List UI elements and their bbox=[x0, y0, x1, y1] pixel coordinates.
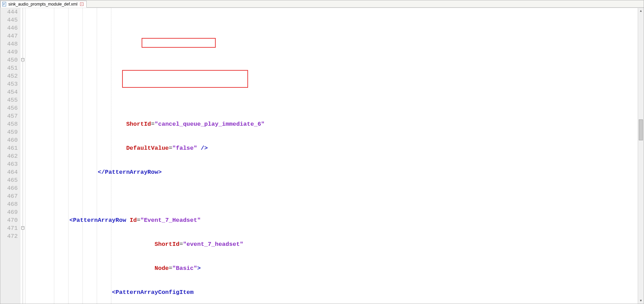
line-number: 445 bbox=[0, 16, 18, 24]
code-line bbox=[27, 192, 638, 200]
line-number: 460 bbox=[0, 136, 18, 144]
line-number: 472 bbox=[0, 232, 18, 240]
line-number: 459 bbox=[0, 128, 18, 136]
line-number: 455 bbox=[0, 96, 18, 104]
line-number: 462 bbox=[0, 152, 18, 160]
line-number: 469 bbox=[0, 208, 18, 216]
code-line: <PatternArrayConfigItem bbox=[27, 288, 638, 296]
xml-file-icon bbox=[2, 2, 7, 7]
scroll-up-icon[interactable]: ▲ bbox=[638, 8, 644, 14]
line-number: 465 bbox=[0, 176, 18, 184]
line-number: 448 bbox=[0, 40, 18, 48]
editor-frame: sink_audio_prompts_module_def.xml × 444 … bbox=[0, 0, 644, 304]
line-number: 452 bbox=[0, 72, 18, 80]
annotation-box bbox=[122, 70, 248, 88]
line-number: 463 bbox=[0, 160, 18, 168]
code-line: Node="Basic"> bbox=[27, 264, 638, 272]
line-number: 467 bbox=[0, 192, 18, 200]
line-number: 449 bbox=[0, 48, 18, 56]
tab-bar: sink_audio_prompts_module_def.xml × bbox=[0, 0, 644, 8]
scrollbar-thumb[interactable] bbox=[639, 119, 643, 140]
line-number: 464 bbox=[0, 168, 18, 176]
fold-toggle-icon[interactable]: − bbox=[21, 226, 24, 229]
tab-close-icon[interactable]: × bbox=[80, 2, 84, 6]
file-tab[interactable]: sink_audio_prompts_module_def.xml × bbox=[0, 1, 87, 8]
line-number: 450 bbox=[0, 56, 18, 64]
line-number: 471 bbox=[0, 224, 18, 232]
line-number: 470 bbox=[0, 216, 18, 224]
fold-toggle-icon[interactable]: − bbox=[21, 58, 24, 61]
code-line: ShortId="event_7_headset" bbox=[27, 240, 638, 248]
fold-guide-line bbox=[23, 8, 23, 304]
line-number: 451 bbox=[0, 64, 18, 72]
line-number: 453 bbox=[0, 80, 18, 88]
code-line: </PatternArrayRow> bbox=[27, 168, 638, 176]
annotation-box bbox=[142, 38, 216, 48]
line-number: 461 bbox=[0, 144, 18, 152]
line-number: 454 bbox=[0, 88, 18, 96]
line-number: 444 bbox=[0, 8, 18, 16]
code-line: <PatternArrayRow Id="Event_7_Headset" bbox=[27, 216, 638, 224]
line-number: 447 bbox=[0, 32, 18, 40]
line-number: 468 bbox=[0, 200, 18, 208]
vertical-scrollbar[interactable]: ▲ ▼ bbox=[638, 8, 644, 304]
scroll-down-icon[interactable]: ▼ bbox=[638, 298, 644, 304]
code-line: ShortId="cancel_queue_play_immediate_6" bbox=[27, 120, 638, 128]
tab-filename: sink_audio_prompts_module_def.xml bbox=[8, 2, 78, 7]
line-number: 456 bbox=[0, 104, 18, 112]
line-number-gutter: 444 445 446 447 448 449 450 451 452 453 … bbox=[0, 8, 21, 304]
code-line: DefaultValue="false" /> bbox=[27, 144, 638, 152]
line-number: 446 bbox=[0, 24, 18, 32]
line-number: 458 bbox=[0, 120, 18, 128]
code-area[interactable]: ShortId="cancel_queue_play_immediate_6" … bbox=[25, 8, 638, 304]
line-number: 457 bbox=[0, 112, 18, 120]
line-number: 466 bbox=[0, 184, 18, 192]
code-editor: 444 445 446 447 448 449 450 451 452 453 … bbox=[0, 8, 644, 304]
fold-column: − − bbox=[21, 8, 25, 304]
